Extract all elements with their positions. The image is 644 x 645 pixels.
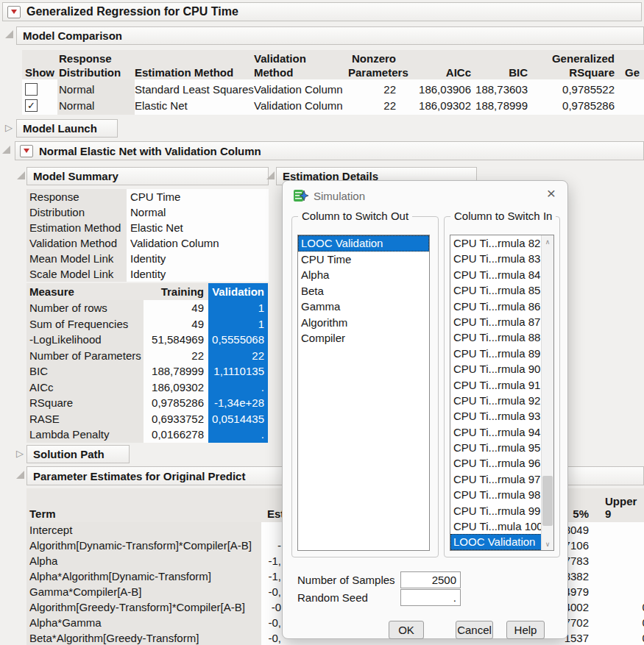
measure-table: Measure Training Validation Number of ro… [26,283,268,443]
list-item[interactable]: CPU Ti...rmula 94 [450,424,542,440]
kv-row: Scale Model LinkIdentity [26,266,269,282]
col-header-training: Training [144,283,208,300]
col-header-estimation: Estimation Method [135,65,254,79]
list-item[interactable]: Algorithm [298,315,429,331]
section-title: Parameter Estimates for Original Predict [33,470,245,482]
show-checkbox[interactable]: ✓ [25,99,38,112]
disclosure-open-icon[interactable] [5,30,13,38]
list-item[interactable]: Gamma [298,299,429,315]
model-summary-table: ResponseCPU Time DistributionNormal Esti… [26,189,269,282]
list-item[interactable]: CPU Ti...rmula 96 [450,455,542,471]
col-header-bic: BIC [471,65,528,79]
close-icon[interactable]: × [547,185,556,201]
red-triangle-menu-icon[interactable] [7,6,21,18]
ok-button[interactable]: OK [389,621,424,639]
table-header-row: Show ResponseDistribution Estimation Met… [22,50,644,79]
table-row: Lambda Penalty0,0166278. [26,427,268,443]
col-header-validation: Validation [208,283,268,300]
disclosure-collapsed-icon[interactable]: ▷ [16,449,24,458]
list-item[interactable]: CPU Ti...rmula 86 [450,299,542,314]
kv-row: Estimation MethodElastic Net [26,220,269,235]
table-row: Sum of Frequencies491 [26,316,268,332]
list-item[interactable]: Compiler [298,330,429,346]
section-title: Model Comparison [23,29,122,42]
col-header-gen-rsquare: RSquare [528,65,615,79]
report-title-bar[interactable]: Generalized Regression for CPU Time [2,2,642,21]
section-title: Normal Elastic Net with Validation Colum… [39,145,261,157]
simulation-dialog: Simulation × Column to Switch Out LOOC V… [282,180,568,639]
list-item[interactable]: CPU Ti...rmula 91 [450,377,542,393]
kv-row: Mean Model LinkIdentity [26,251,269,266]
simulation-icon [293,188,309,203]
red-triangle-menu-icon[interactable] [20,145,33,157]
col-header-distribution: Distribution [59,65,135,79]
section-model-launch[interactable]: Model Launch [16,119,118,138]
list-item[interactable]: CPU Ti...rmula 82 [450,235,542,251]
section-title: Model Summary [33,170,118,182]
section-title: Solution Path [33,448,105,460]
list-item[interactable]: CPU Ti...rmula 98 [450,487,542,502]
dialog-title: Simulation [314,190,365,202]
table-row: Number of rows491 [26,300,268,316]
col-header-measure: Measure [26,283,144,300]
section-solution-path[interactable]: Solution Path [26,445,130,463]
list-item[interactable]: CPU Ti...rmula 85 [450,282,542,298]
col-header-validation: Method [254,65,348,79]
list-item[interactable]: CPU Ti...rmula 87 [450,314,542,329]
scrollbar-thumb[interactable] [542,476,553,526]
list-item[interactable]: CPU Ti...rmula 95 [450,440,542,455]
switch-in-list[interactable]: CPU Ti...rmula 82 CPU Ti...rmula 83 CPU … [450,235,554,551]
group-label: Column to Switch Out [298,210,412,222]
switch-out-list[interactable]: LOOC Validation CPU Time Alpha Beta Gamm… [297,235,430,551]
list-item[interactable]: CPU Time [298,252,429,268]
list-item[interactable]: CPU Ti...rmula 84 [450,267,542,282]
scroll-up-icon[interactable]: ∧ [542,235,553,248]
samples-input[interactable]: 2500 [400,571,461,588]
disclosure-open-icon[interactable] [2,146,10,154]
help-button[interactable]: Help [506,621,545,639]
list-item[interactable]: Beta [298,283,429,299]
section-model-comparison[interactable]: Model Comparison [16,26,644,45]
list-item[interactable]: CPU Ti...rmula 83 [450,251,542,266]
list-item[interactable]: CPU Ti...rmula 93 [450,408,542,424]
col-header-term: Term [29,507,56,520]
list-item[interactable]: CPU Ti...mula 100 [450,519,542,534]
page-title: Generalized Regression for CPU Time [26,5,238,18]
col-header-upper95: Upper 9 [605,495,644,520]
list-item[interactable]: CPU Ti...rmula 90 [450,361,542,377]
table-header-row: Measure Training Validation [26,283,268,300]
show-checkbox[interactable] [25,83,38,96]
list-item[interactable]: CPU Ti...rmula 97 [450,471,542,487]
list-item[interactable]: LOOC Validation [450,534,542,549]
table-row: BIC188,789991,1110135 [26,363,268,379]
disclosure-open-icon[interactable] [266,171,275,179]
section-fit[interactable]: Normal Elastic Net with Validation Colum… [15,141,644,160]
kv-row: ResponseCPU Time [26,189,269,204]
list-item[interactable]: CPU Ti...rmula 88 [450,329,542,345]
table-row: -LogLikelihood51,5849690,5555068 [26,332,268,348]
disclosure-open-icon[interactable] [17,171,25,179]
scrollbar[interactable]: ∧ ∨ [541,235,553,550]
list-item[interactable]: CPU Ti...rmula 89 [450,346,542,361]
table-row: AICc186,09302. [26,379,268,396]
section-title: Model Launch [23,122,97,135]
list-item[interactable]: CPU Ti...rmula 92 [450,393,542,408]
col-header-aicc: AICc [396,65,471,79]
section-model-summary[interactable]: Model Summary [26,167,269,185]
seed-label: Random Seed [297,591,368,604]
group-label: Column to Switch In [450,210,556,222]
kv-row: DistributionNormal [26,204,269,220]
disclosure-open-icon[interactable] [16,471,24,479]
jmp-report-window: Generalized Regression for CPU Time Mode… [0,0,644,645]
col-header-cut: Ge [625,65,644,79]
list-item[interactable]: CPU Ti...rmula 99 [450,503,542,519]
scroll-down-icon[interactable]: ∨ [542,538,553,550]
list-item[interactable]: Alpha [298,267,429,283]
seed-input[interactable]: . [400,589,461,606]
cancel-button[interactable]: Cancel [456,621,493,639]
model-comparison-table: Show ResponseDistribution Estimation Met… [22,50,644,115]
disclosure-collapsed-icon[interactable]: ▷ [5,123,13,132]
list-item[interactable]: LOOC Validation [298,235,429,252]
table-row: RSquare0,9785286-1,34e+28 [26,395,268,411]
table-row: Normal Standard Least Squares Validation… [22,81,644,97]
